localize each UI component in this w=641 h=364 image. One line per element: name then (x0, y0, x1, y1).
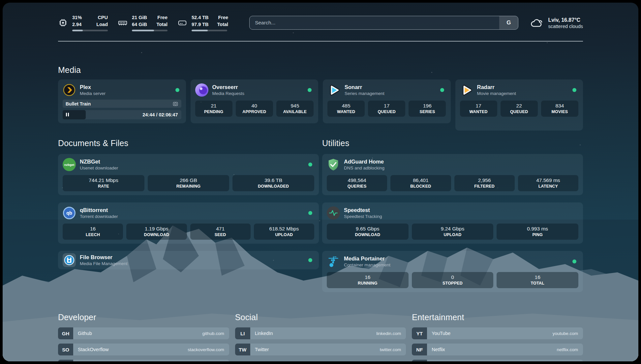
disk-total-value: 97.9 TB (192, 21, 209, 28)
stat-tile: 0STOPPED (412, 272, 494, 288)
sonarr-card[interactable]: Sonarr Series management 485WANTED 17QUE… (323, 79, 451, 123)
service-name: Plex (80, 84, 106, 91)
stat-tile: 471SEED (190, 224, 251, 240)
radarr-icon (460, 83, 473, 97)
filebrowser-icon (63, 254, 76, 267)
dashboard-screen: 31% CPU 2.94 Load 21 GiB Free (3, 3, 638, 361)
bookmark-github[interactable]: GH Github github.com (58, 327, 229, 339)
disk-usage-bar (192, 30, 227, 31)
bookmark-youtube[interactable]: YT YouTube youtube.com (412, 327, 583, 339)
search-provider-button[interactable]: G (499, 16, 518, 29)
status-dot (308, 163, 312, 167)
service-description: Movie management (477, 91, 516, 96)
qbittorrent-icon: qb (63, 206, 76, 220)
bookmark-name: StackOverflow (73, 347, 108, 352)
section-title-developer: Developer (58, 313, 229, 322)
nzbget-icon: nzbget (63, 158, 76, 171)
cloud-icon (530, 17, 543, 29)
weather-widget: Lviv, 16.87°C scattered clouds (530, 16, 583, 29)
bookmark-abbr: TW (235, 344, 250, 355)
search-input[interactable] (250, 20, 499, 26)
stat-tile: 196SERIES (409, 101, 446, 117)
bookmark-abbr: YT (412, 327, 427, 339)
bookmark-linkedin[interactable]: LI LinkedIn linkedin.com (235, 327, 406, 339)
radarr-card[interactable]: Radarr Movie management 17WANTED 22QUEUE… (455, 79, 583, 131)
disk-free-value: 52.4 TB (192, 14, 209, 21)
bookmark-url: netflix.com (557, 347, 583, 352)
search-bar: G (249, 16, 518, 30)
bookmark-netflix[interactable]: NF Netflix netflix.com (412, 344, 583, 355)
section-title-social: Social (235, 313, 406, 322)
cpu-load-label: Load (93, 21, 108, 28)
snow-specks (3, 3, 4, 4)
qbittorrent-card[interactable]: qb qBittorrent Torrent downloader 16LEEC… (58, 202, 319, 244)
service-name: qBittorrent (80, 207, 118, 214)
bookmark-reddit[interactable]: RE Reddit reddit.com (412, 360, 583, 361)
portainer-icon (327, 255, 340, 268)
service-description: Media File Management (80, 261, 128, 266)
nzbget-card[interactable]: nzbget NZBGet Usenet downloader 744.21 M… (58, 154, 319, 195)
memory-widget: 21 GiB Free 64 GiB Total (118, 14, 168, 31)
stat-tile: 86,401BLOCKED (390, 175, 451, 191)
status-dot (308, 258, 312, 262)
stat-tile: 1.19 GbpsDOWNLOAD (126, 224, 187, 240)
stat-tile: 16LEECH (63, 224, 123, 240)
stat-tile: 22QUEUED (501, 101, 538, 117)
stat-tile: 47.569 msLATENCY (518, 175, 578, 191)
adguard-icon (327, 158, 340, 171)
bookmark-abbr: DT (58, 360, 73, 361)
memory-total-value: 64 GiB (132, 21, 147, 28)
bookmark-twitter[interactable]: TW Twitter twitter.com (235, 344, 406, 355)
disk-free-label: Free (217, 14, 229, 21)
bookmark-abbr: LI (235, 327, 250, 339)
stat-tile: 485WANTED (327, 101, 365, 117)
service-description: Media Requests (212, 91, 245, 96)
bookmark-dev[interactable]: DT DEV dev.to (58, 360, 229, 361)
disk-total-label: Total (217, 21, 229, 28)
social-column: Social LI LinkedIn linkedin.com TW Twitt… (235, 313, 406, 361)
section-title-documents: Documents & Files (58, 138, 319, 148)
bookmark-name: Netflix (427, 347, 445, 352)
header-divider (58, 41, 583, 42)
memory-free-label: Free (156, 14, 168, 21)
adguard-card[interactable]: AdGuard Home DNS and adblocking 498,564Q… (322, 154, 583, 195)
stat-tile: 17WANTED (460, 101, 497, 117)
speedtest-icon (327, 206, 340, 220)
pause-button[interactable] (66, 113, 69, 116)
service-description: Usenet downloader (80, 166, 118, 170)
bookmark-url: linkedin.com (376, 331, 406, 336)
memory-free-value: 21 GiB (132, 14, 147, 21)
disk-widget: 52.4 TB Free 97.9 TB Total (177, 14, 228, 31)
section-title-media: Media (58, 65, 583, 75)
speedtest-card[interactable]: Speedtest Speedtest Tracking 9.65 GbpsDO… (322, 202, 583, 244)
plex-card[interactable]: Plex Media server Bullet Train 24:44 / 0… (58, 79, 186, 123)
service-description: Speedtest Tracking (344, 214, 382, 219)
dashboard-window: 31% CPU 2.94 Load 21 GiB Free (0, 0, 641, 364)
portainer-card[interactable]: Media Portainer Container management 16R… (322, 251, 583, 292)
bookmark-abbr: GH (58, 327, 73, 339)
memory-total-label: Total (156, 21, 168, 28)
cpu-load-value: 2.94 (72, 21, 85, 28)
disk-icon (177, 18, 187, 28)
service-name: Speedtest (344, 207, 382, 214)
stat-tile: 39.6 TBDOWNLOADED (232, 175, 314, 191)
utilities-column: Utilities (322, 138, 583, 292)
filebrowser-card[interactable]: File Browser Media File Management (58, 251, 319, 269)
documents-column: Documents & Files nzbget NZBGet Usenet d… (58, 138, 319, 269)
overseerr-card[interactable]: Overseerr Media Requests 21PENDING 40APP… (191, 79, 319, 123)
stat-tile: 9.65 GbpsDOWNLOAD (327, 224, 409, 240)
service-description: Media server (80, 91, 106, 96)
service-name: NZBGet (80, 159, 118, 165)
bookmark-url: twitter.com (380, 347, 406, 352)
service-description: Series management (345, 91, 384, 96)
screenshot-icon[interactable] (172, 101, 178, 107)
status-dot (308, 88, 312, 92)
media-grid: Plex Media server Bullet Train 24:44 / 0… (58, 79, 583, 131)
bookmark-abbr: NF (412, 344, 427, 355)
bookmark-name: LinkedIn (250, 331, 273, 336)
weather-condition: scattered clouds (548, 24, 583, 29)
bookmark-stackoverflow[interactable]: SO StackOverflow stackoverflow.com (58, 344, 229, 355)
service-name: AdGuard Home (344, 159, 384, 165)
bookmark-abbr: SO (58, 344, 73, 355)
stat-tile: 834MOVIES (541, 101, 578, 117)
